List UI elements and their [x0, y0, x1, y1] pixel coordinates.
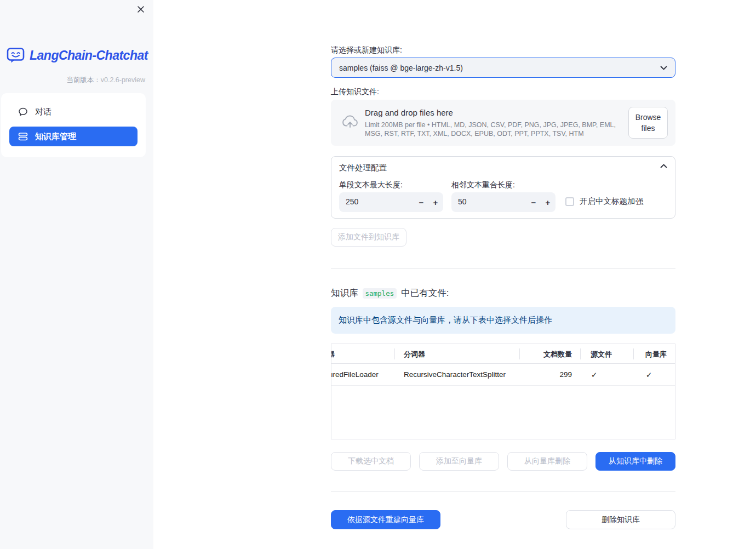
sidebar-item-label: 知识库管理 — [35, 131, 76, 142]
info-banner-text: 知识库中包含源文件与向量库，请从下表中选择文件后操作 — [339, 315, 552, 325]
file-dropzone[interactable]: Drag and drop files here Limit 200MB per… — [331, 100, 675, 146]
chunk-size-increment-button[interactable]: + — [428, 192, 443, 212]
chunk-size-decrement-button[interactable]: − — [414, 192, 429, 212]
cell-splitter: RecursiveCharacterTextSplitter — [404, 370, 506, 379]
logo-title: LangChain-Chatchat — [30, 48, 148, 63]
kb-select-label: 请选择或新建知识库: — [331, 45, 402, 55]
column-separator — [394, 348, 395, 359]
sidebar-item-knowledge-base[interactable]: 知识库管理 — [9, 127, 138, 146]
browse-files-button[interactable]: Browse files — [628, 107, 668, 139]
logo-chat-icon — [7, 47, 25, 64]
info-banner: 知识库中包含源文件与向量库，请从下表中选择文件后操作 — [331, 307, 675, 334]
version-value: v0.2.6-preview — [101, 76, 145, 84]
chat-bubble-icon — [18, 107, 28, 117]
col-header-doc-count[interactable]: 文档数量 — [519, 350, 572, 359]
dropzone-limit-text: Limit 200MB per file • HTML, MD, JSON, C… — [365, 121, 627, 138]
sidebar-item-label: 对话 — [35, 107, 51, 117]
zh-title-checkbox-row[interactable]: 开启中文标题加强 — [565, 196, 643, 207]
col-header-loader[interactable]: 器 — [331, 350, 335, 359]
cell-vector-store-check: ✓ — [646, 370, 652, 379]
expander-title[interactable]: 文件处理配置 — [339, 163, 387, 173]
col-header-splitter[interactable]: 分词器 — [404, 350, 425, 359]
stack-icon — [18, 131, 28, 141]
upload-label: 上传知识文件: — [331, 87, 379, 97]
download-selected-button[interactable]: 下载选中文档 — [331, 452, 411, 471]
delete-from-vectorstore-button[interactable]: 从向量库删除 — [507, 452, 587, 471]
divider — [331, 491, 675, 492]
file-config-expander: 文件处理配置 单段文本最大长度: 250 − + 相邻文本重合长度: 50 − … — [331, 156, 675, 219]
kb-heading-suffix: 中已有文件: — [401, 287, 449, 299]
sidebar-item-dialogue[interactable]: 对话 — [9, 102, 138, 122]
chevron-down-icon — [660, 66, 667, 70]
overlap-label: 相邻文本重合长度: — [451, 180, 515, 190]
col-header-vector-store[interactable]: 向量库 — [645, 350, 667, 359]
sidebar: LangChain-Chatchat 当前版本：v0.2.6-preview 对… — [0, 0, 153, 549]
add-to-vectorstore-button[interactable]: 添加至向量库 — [419, 452, 499, 471]
app-logo: LangChain-Chatchat — [7, 47, 148, 64]
table-row[interactable]: uredFileLoader RecursiveCharacterTextSpl… — [331, 364, 675, 386]
overlap-decrement-button[interactable]: − — [526, 192, 541, 212]
cell-source-file-check: ✓ — [591, 370, 597, 379]
add-files-to-kb-button[interactable]: 添加文件到知识库 — [331, 228, 406, 247]
kb-name-code: samples — [363, 288, 397, 299]
kb-files-table[interactable]: 器 分词器 文档数量 源文件 向量库 uredFileLoader Recurs… — [331, 344, 675, 439]
file-actions: 下载选中文档 添加至向量库 从向量库删除 从知识库中删除 — [331, 452, 675, 471]
kb-heading-prefix: 知识库 — [331, 287, 358, 299]
table-header-row: 器 分词器 文档数量 源文件 向量库 — [331, 344, 675, 364]
chunk-size-input[interactable]: 250 − + — [339, 192, 443, 212]
cell-doc-count: 299 — [519, 370, 572, 379]
kb-select[interactable]: samples (faiss @ bge-large-zh-v1.5) — [331, 58, 675, 78]
chunk-size-value: 250 — [346, 197, 358, 206]
divider — [331, 268, 675, 269]
sidebar-menu: 对话 知识库管理 — [1, 93, 146, 157]
chevron-up-icon[interactable] — [660, 164, 667, 168]
overlap-input[interactable]: 50 − + — [451, 192, 555, 212]
kb-select-value: samples (faiss @ bge-large-zh-v1.5) — [339, 64, 660, 72]
col-header-source-file[interactable]: 源文件 — [591, 350, 612, 359]
delete-kb-button[interactable]: 删除知识库 — [566, 510, 675, 529]
app-window: LangChain-Chatchat 当前版本：v0.2.6-preview 对… — [0, 0, 756, 549]
chunk-size-label: 单段文本最大长度: — [339, 180, 403, 190]
zh-title-checkbox[interactable] — [565, 197, 574, 206]
column-separator — [580, 348, 581, 359]
overlap-value: 50 — [458, 197, 467, 206]
delete-from-kb-button[interactable]: 从知识库中删除 — [595, 452, 675, 471]
version-info: 当前版本：v0.2.6-preview — [66, 76, 145, 85]
dropzone-title: Drag and drop files here — [365, 108, 453, 117]
kb-files-heading: 知识库 samples 中已有文件: — [331, 287, 449, 299]
version-label: 当前版本： — [66, 76, 101, 84]
cloud-upload-icon — [340, 114, 358, 130]
overlap-increment-button[interactable]: + — [540, 192, 555, 212]
rebuild-vectorstore-button[interactable]: 依据源文件重建向量库 — [331, 510, 440, 529]
column-separator — [633, 348, 634, 359]
sidebar-close-icon[interactable] — [136, 4, 146, 14]
cell-loader: uredFileLoader — [331, 370, 379, 379]
zh-title-checkbox-label: 开启中文标题加强 — [580, 196, 643, 207]
